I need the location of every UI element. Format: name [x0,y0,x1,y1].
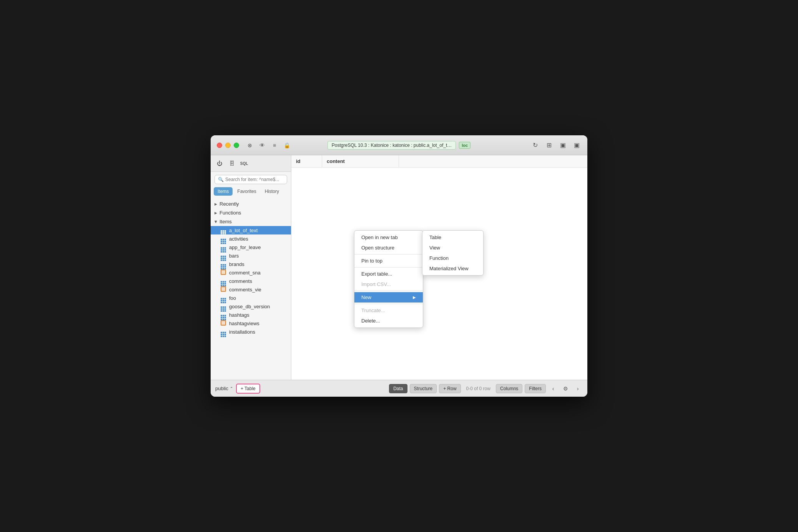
group-items-label: Items [219,219,232,224]
columns-button[interactable]: Columns [496,384,522,393]
grid-icon[interactable]: ⊞ [544,141,554,150]
submenu-table[interactable]: Table [422,232,483,243]
tree-item-comments[interactable]: comments [211,277,291,285]
item-name: comment_sna [229,270,261,276]
table-icon [221,278,227,284]
tab-history[interactable]: History [261,187,283,196]
menu-separator [354,304,423,304]
submenu-function[interactable]: Function [422,253,483,263]
item-name: hashtagviews [229,321,259,326]
menu-import-csv: Import CSV... [354,279,423,289]
panel-right-icon[interactable]: ▣ [572,141,581,150]
triangle-icon: ▶ [214,202,217,206]
schema-select[interactable]: public ⌃ [215,386,233,391]
item-name: comments_vie [229,287,261,293]
submenu-materialized-view[interactable]: Materialized View [422,263,483,274]
tab-favorites[interactable]: Favorites [233,187,260,196]
menu-separator [354,254,423,254]
item-name: goose_db_version [229,304,270,309]
list-icon[interactable]: ≡ [270,141,279,150]
loc-badge: loc [459,142,470,149]
menu-delete[interactable]: Delete... [354,316,423,326]
database-icon[interactable]: 🗄 [227,158,237,168]
item-name: foo [229,295,236,301]
item-name: bars [229,253,239,259]
structure-button[interactable]: Structure [410,384,437,393]
power-icon[interactable]: ⏻ [214,158,224,168]
submenu: Table View Function Materialized View [422,230,484,276]
eye-icon[interactable]: 👁 [258,141,267,150]
main-window: ⊗ 👁 ≡ 🔒 PostgreSQL 10.3 : Katonice : kat… [211,135,587,397]
triangle-icon: ▶ [214,220,218,223]
search-icon: 🔍 [218,177,224,182]
tree-item-bars[interactable]: bars [211,251,291,260]
add-row-button[interactable]: + Row [439,384,461,393]
prev-icon[interactable]: ‹ [548,384,558,394]
group-recently[interactable]: ▶ Recently [211,200,291,208]
minimize-button[interactable] [225,143,231,148]
chevron-icon: ⌃ [230,386,233,391]
tree-item-activities[interactable]: activities [211,234,291,243]
table-icon [221,303,227,309]
tree-item-installations[interactable]: installations [211,328,291,336]
tree-item-comment_sna[interactable]: comment_sna [211,268,291,277]
add-table-button[interactable]: + Table [236,384,260,394]
menu-open-structure[interactable]: Open structure [354,243,423,253]
sidebar-tabs: Items Favorites History [214,187,288,196]
lock-icon[interactable]: 🔒 [282,141,291,150]
group-items[interactable]: ▶ Items [211,217,291,226]
item-name: installations [229,329,255,335]
tree-item-app_for_leave[interactable]: app_for_leave [211,243,291,251]
submenu-arrow: ▶ [413,295,416,299]
search-box[interactable]: 🔍 [214,175,287,184]
maximize-button[interactable] [234,143,239,148]
view-icon [221,320,227,326]
tree-item-comments_vie[interactable]: comments_vie [211,285,291,294]
sidebar-tree: ▶ Recently ▶ Functions ▶ Items [211,198,291,380]
close-button[interactable] [217,143,222,148]
tree-item-brands[interactable]: brands [211,260,291,268]
next-icon[interactable]: › [573,384,583,394]
tree-item-a_lot_of_text[interactable]: a_lot_of_text [211,226,291,234]
menu-export-table[interactable]: Export table... [354,269,423,279]
group-recently-label: Recently [219,201,239,207]
filters-button[interactable]: Filters [525,384,546,393]
tree-item-foo[interactable]: foo [211,294,291,302]
item-name: app_for_leave [229,244,261,250]
bottombar: public ⌃ + Table Data Structure + Row 0-… [211,380,587,397]
refresh-icon[interactable]: ↻ [530,141,540,150]
bottom-right: Data Structure + Row 0-0 of 0 row Column… [389,384,583,394]
close-icon[interactable]: ⊗ [245,141,254,150]
tree-item-goose_db_version[interactable]: goose_db_version [211,302,291,311]
content-container: Open in new tab Open structure Pin to to… [291,155,587,380]
menu-separator [354,291,423,291]
connection-badge: PostgreSQL 10.3 : Katonice : katonice : … [328,141,456,150]
data-button[interactable]: Data [389,384,407,393]
main-area: ⏻ 🗄 SQL 🔍 Items Favorites History ▶ Rece… [211,155,587,380]
menu-open-new-tab[interactable]: Open in new tab [354,232,423,243]
submenu-view[interactable]: View [422,243,483,253]
item-name: activities [229,236,248,242]
sql-icon[interactable]: SQL [239,158,249,168]
table-icon [221,329,227,335]
titlebar: ⊗ 👁 ≡ 🔒 PostgreSQL 10.3 : Katonice : kat… [211,135,587,155]
tree-item-hashtags[interactable]: hashtags [211,311,291,319]
view-icon [221,269,227,276]
table-icon [221,244,227,250]
table-icon [221,227,227,233]
menu-pin-to-top[interactable]: Pin to top [354,256,423,266]
titlebar-icons: ⊗ 👁 ≡ 🔒 [245,141,291,150]
group-functions[interactable]: ▶ Functions [211,208,291,217]
tab-items[interactable]: Items [214,187,233,196]
search-input[interactable] [225,177,284,182]
titlebar-center: PostgreSQL 10.3 : Katonice : katonice : … [328,141,470,150]
schema-label: public [215,386,228,391]
menu-new[interactable]: New ▶ [354,292,423,303]
item-name: brands [229,261,244,267]
connection-string: PostgreSQL 10.3 : Katonice : katonice : … [332,143,452,148]
panel-left-icon[interactable]: ▣ [558,141,567,150]
tree-item-hashtagviews[interactable]: hashtagviews [211,319,291,328]
menu-separator [354,267,423,268]
item-name: comments [229,278,252,284]
gear-icon[interactable]: ⚙ [560,384,570,394]
